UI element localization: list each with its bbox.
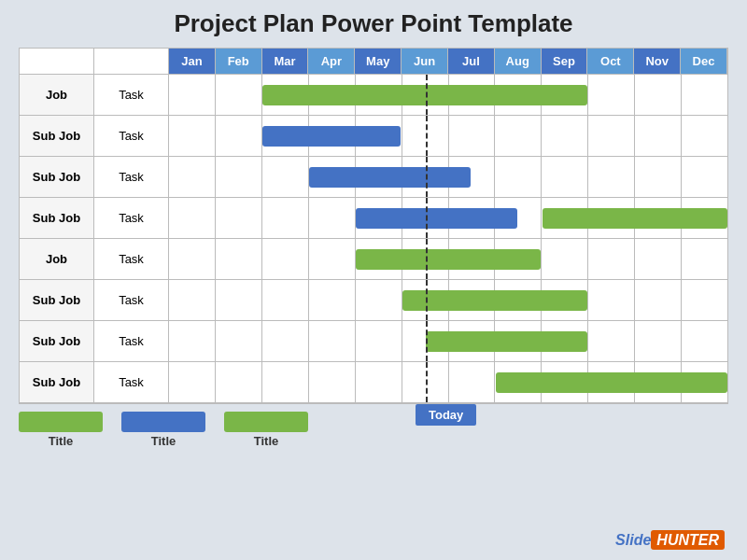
month-header-mar: Mar [262, 49, 309, 75]
grid-cell [262, 321, 309, 361]
month-header-feb: Feb [216, 49, 262, 75]
grid-cell [216, 362, 262, 402]
gantt-area [169, 362, 727, 402]
logo-slide: Slide [615, 532, 651, 548]
gantt-rows: JobTaskSub JobTaskSub JobTaskSub JobTask… [20, 75, 727, 403]
grid-cell [635, 280, 682, 320]
gantt-bar [402, 290, 587, 311]
job-label: Sub Job [20, 280, 94, 320]
table-row: Sub JobTask [20, 157, 727, 198]
task-label: Task [94, 321, 169, 361]
today-line [426, 198, 428, 238]
gantt-area [169, 239, 727, 279]
grid-cell [169, 321, 216, 361]
gantt-area [169, 321, 727, 361]
month-header-nov: Nov [634, 49, 681, 75]
legend-color-box [19, 412, 103, 432]
task-label: Task [94, 75, 169, 115]
task-label: Task [94, 239, 169, 279]
grid-cell [635, 75, 682, 115]
grid-cell [495, 116, 542, 156]
grid-cell [495, 157, 542, 197]
month-header-jun: Jun [402, 49, 448, 75]
table-row: Sub JobTask [20, 321, 727, 362]
today-label: Today [416, 404, 476, 426]
grid-cell [309, 280, 356, 320]
grid-cell [588, 157, 635, 197]
grid-cell [169, 116, 216, 156]
grid-cell [588, 280, 635, 320]
gantt-bar [426, 331, 587, 352]
grid-cell [449, 116, 496, 156]
today-line [426, 280, 428, 320]
task-label: Task [94, 198, 169, 238]
table-row: Sub JobTask [20, 116, 727, 157]
grid-cell [449, 362, 496, 402]
month-header-jan: Jan [169, 49, 216, 75]
today-line [426, 75, 428, 115]
grid-cell [262, 157, 309, 197]
grid-cell [216, 116, 262, 156]
gantt-bar [543, 208, 727, 229]
grid-cell [588, 116, 635, 156]
gantt-chart: JanFebMarAprMayJunJulAugSepOctNovDec Job… [19, 48, 728, 404]
grid-cell [682, 116, 727, 156]
grid-cell [542, 239, 588, 279]
grid-cell [309, 362, 356, 402]
logo-hunter: HUNTER [651, 530, 725, 550]
gantt-bar [262, 126, 401, 147]
grid-cell [216, 157, 262, 197]
grid-cell [309, 239, 356, 279]
today-line [426, 157, 428, 197]
job-label: Sub Job [20, 116, 94, 156]
job-label: Sub Job [20, 198, 94, 238]
table-row: JobTask [20, 239, 727, 280]
grid-cell [262, 198, 309, 238]
gantt-area [169, 280, 727, 320]
grid-cell [682, 157, 727, 197]
legend-color-box [121, 412, 205, 432]
grid-cell [682, 280, 727, 320]
legend-label: Title [49, 434, 74, 448]
grid-cell [216, 321, 262, 361]
table-row: JobTask [20, 75, 727, 116]
grid-cell [635, 157, 682, 197]
month-header-oct: Oct [587, 49, 634, 75]
month-header-apr: Apr [308, 49, 355, 75]
job-label: Sub Job [20, 362, 94, 402]
legend-label: Title [254, 434, 279, 448]
grid-cell [682, 239, 727, 279]
grid-cell [262, 362, 309, 402]
grid-cell [169, 239, 216, 279]
month-header-sep: Sep [542, 49, 588, 75]
task-label: Task [94, 362, 169, 402]
gantt-area [169, 198, 727, 238]
month-header-may: May [355, 49, 402, 75]
grid-cell [588, 75, 635, 115]
today-line [426, 116, 428, 156]
grid-cell [635, 116, 682, 156]
grid-cell [588, 239, 635, 279]
gantt-bar [496, 372, 727, 393]
job-label: Job [20, 239, 94, 279]
grid-cell [216, 75, 262, 115]
today-line [426, 362, 428, 402]
grid-cell [682, 75, 727, 115]
grid-cell [169, 75, 216, 115]
page-title: Project Plan Power Point Template [174, 9, 572, 38]
grid-cell [356, 321, 402, 361]
month-header-aug: Aug [495, 49, 542, 75]
task-label: Task [94, 157, 169, 197]
gantt-area [169, 75, 727, 115]
gantt-area [169, 116, 727, 156]
grid-cell [216, 239, 262, 279]
gantt-bar [262, 85, 587, 105]
grid-cell [542, 116, 588, 156]
header-row: JanFebMarAprMayJunJulAugSepOctNovDec [20, 49, 727, 75]
legend-label: Title [151, 434, 176, 448]
task-label: Task [94, 116, 169, 156]
legend-color-box [224, 412, 308, 432]
grid-cell [169, 362, 216, 402]
grid-cell [216, 198, 262, 238]
logo: SlideHUNTER [615, 532, 725, 549]
